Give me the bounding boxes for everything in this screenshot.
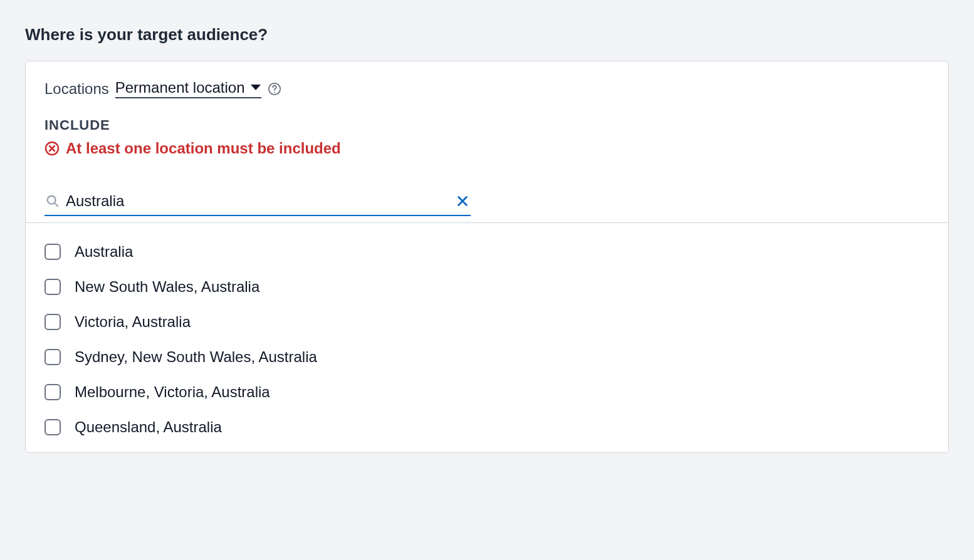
location-type-value: Permanent location <box>115 79 245 96</box>
locations-header-row: Locations Permanent location <box>45 79 929 98</box>
location-option[interactable]: Melbourne, Victoria, Australia <box>45 375 929 410</box>
option-label: New South Wales, Australia <box>75 278 259 296</box>
option-checkbox[interactable] <box>45 419 61 435</box>
svg-point-1 <box>274 91 275 93</box>
option-label: Victoria, Australia <box>75 313 191 331</box>
error-text: At least one location must be included <box>66 140 341 157</box>
chevron-down-icon <box>250 84 261 91</box>
clear-search-icon[interactable] <box>456 194 469 208</box>
option-label: Sydney, New South Wales, Australia <box>75 348 317 366</box>
option-checkbox[interactable] <box>45 314 61 330</box>
search-icon <box>46 194 60 208</box>
include-label: INCLUDE <box>45 117 929 133</box>
option-checkbox[interactable] <box>45 244 61 260</box>
location-option[interactable]: New South Wales, Australia <box>45 269 929 304</box>
location-search-input[interactable] <box>66 192 449 210</box>
location-type-dropdown[interactable]: Permanent location <box>115 79 261 98</box>
error-message: At least one location must be included <box>45 140 929 157</box>
option-label: Australia <box>75 243 133 261</box>
option-checkbox[interactable] <box>45 384 61 400</box>
location-suggestions-panel: Australia New South Wales, Australia Vic… <box>26 222 948 452</box>
option-checkbox[interactable] <box>45 279 61 295</box>
error-icon <box>45 141 60 156</box>
option-label: Melbourne, Victoria, Australia <box>75 383 270 401</box>
option-label: Queensland, Australia <box>75 418 222 436</box>
page-title: Where is your target audience? <box>25 25 949 44</box>
locations-label: Locations <box>45 80 109 98</box>
location-option[interactable]: Queensland, Australia <box>45 410 929 445</box>
location-option[interactable]: Australia <box>45 234 929 269</box>
help-icon[interactable] <box>268 82 281 96</box>
location-option[interactable]: Victoria, Australia <box>45 304 929 340</box>
option-checkbox[interactable] <box>45 349 61 365</box>
location-search-field[interactable] <box>45 189 471 216</box>
location-option[interactable]: Sydney, New South Wales, Australia <box>45 340 929 375</box>
locations-card: Locations Permanent location INCLUDE <box>25 61 949 453</box>
